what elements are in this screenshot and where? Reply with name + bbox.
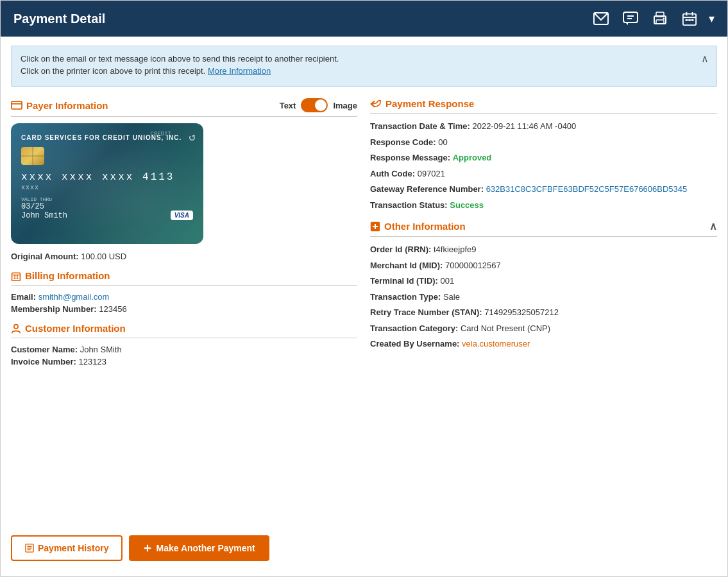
created-by-row: Created By Username: vela.customeruser (370, 338, 717, 350)
left-panel: Payer Information Text Image ↺ CARD SERV… (11, 98, 357, 516)
other-info-collapse-icon[interactable]: ∧ (709, 220, 717, 232)
reply-icon (370, 99, 382, 109)
info-banner: Click on the email or text message icon … (11, 46, 717, 87)
toggle-text-label: Text (280, 101, 296, 110)
view-toggle[interactable]: Text Image (280, 98, 357, 112)
toggle-switch[interactable] (301, 98, 328, 112)
banner-line1: Click on the email or text message icon … (21, 54, 707, 64)
page-title: Payment Detail (13, 12, 105, 26)
invoice-row: Invoice Number: 123123 (11, 357, 357, 366)
customer-name-row: Customer Name: John SMith (11, 345, 357, 354)
email-icon[interactable] (591, 8, 611, 29)
svg-rect-21 (14, 277, 15, 279)
card-chip (21, 147, 44, 165)
svg-point-24 (14, 324, 18, 328)
building-icon (11, 271, 21, 281)
other-information-heading: Other Information ∧ (370, 220, 717, 237)
membership-row: Membership Number: 123456 (11, 304, 357, 314)
transaction-category-row: Transaction Category: Card Not Present (… (370, 322, 717, 335)
plus-box-icon (370, 221, 380, 232)
auth-code-row: Auth Code: 097021 (370, 168, 717, 180)
svg-point-8 (663, 18, 665, 20)
printer-icon[interactable] (650, 8, 670, 29)
order-id-row: Order Id (RRN): t4fkieejpfe9 (370, 243, 717, 256)
card-type-label: CREDIT (151, 131, 171, 137)
terminal-id-row: Terminal Id (TID): 001 (370, 275, 717, 288)
toggle-image-label: Image (333, 101, 357, 110)
make-another-payment-button[interactable]: Make Another Payment (129, 535, 269, 561)
payment-response-heading: Payment Response (370, 98, 717, 114)
banner-line2: Click on the printer icon above to print… (21, 66, 707, 76)
calendar-dropdown-icon[interactable]: ▾ (709, 12, 715, 26)
transaction-type-row: Transaction Type: Sale (370, 291, 717, 304)
footer-buttons: Payment History Make Another Payment (1, 522, 727, 576)
svg-rect-18 (12, 273, 21, 280)
plus-icon (143, 544, 152, 553)
payer-information-heading: Payer Information Text Image (11, 98, 357, 117)
transaction-date-row: Transaction Date & Time: 2022-09-21 11:4… (370, 120, 717, 133)
header-icons: ▾ (591, 8, 715, 29)
credit-card: ↺ CARD SERVICES FOR CREDIT UNIONS, INC. … (11, 123, 203, 244)
merchant-id-row: Merchant Id (MID): 700000012567 (370, 259, 717, 272)
card-refresh-icon[interactable]: ↺ (189, 130, 196, 144)
response-code-row: Response Code: 00 (370, 136, 717, 149)
gateway-ref-row: Gateway Reference Number: 632B31C8C3CFBF… (370, 183, 717, 196)
email-row: Email: smithh@gmail.com (11, 292, 357, 302)
svg-rect-15 (691, 19, 694, 21)
svg-rect-16 (12, 101, 22, 109)
svg-rect-22 (17, 277, 18, 279)
customer-section: Customer Information Customer Name: John… (11, 323, 357, 366)
svg-rect-1 (623, 12, 638, 22)
header: Payment Detail (1, 1, 727, 37)
calendar-icon[interactable] (679, 8, 700, 29)
response-message-row: Response Message: Approved (370, 151, 717, 164)
billing-heading: Billing Information (11, 270, 357, 286)
card-icon (11, 101, 22, 110)
svg-rect-14 (688, 19, 691, 21)
list-icon (25, 544, 34, 553)
retry-trace-row: Retry Trace Number (STAN): 7149295325057… (370, 306, 717, 319)
svg-rect-13 (686, 19, 688, 21)
banner-collapse-icon[interactable]: ∧ (701, 53, 709, 65)
right-panel: Payment Response Transaction Date & Time… (370, 98, 717, 516)
person-icon (11, 323, 21, 334)
transaction-status-row: Transaction Status: Success (370, 199, 717, 212)
sms-icon[interactable] (620, 8, 641, 29)
original-amount-row: Original Amount: 100.00 USD (11, 252, 357, 261)
more-information-link[interactable]: More Information (208, 66, 271, 76)
payment-history-button[interactable]: Payment History (11, 535, 123, 561)
billing-section: Billing Information Email: smithh@gmail.… (11, 270, 357, 314)
customer-heading: Customer Information (11, 323, 357, 338)
main-content: Payer Information Text Image ↺ CARD SERV… (1, 92, 727, 522)
